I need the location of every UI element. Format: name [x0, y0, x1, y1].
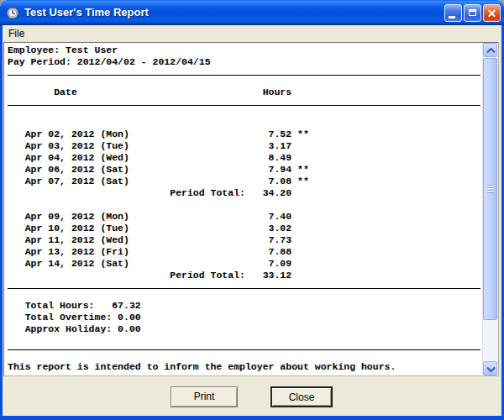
report-line: Apr 06, 2012 (Sat) 7.94 **	[8, 164, 482, 176]
report-line: Apr 09, 2012 (Mon) 7.40	[8, 211, 482, 223]
report-line: Employee: Test User	[8, 45, 482, 56]
report-line: Period Total: 33.12	[8, 270, 482, 281]
close-button[interactable]: Close	[270, 386, 333, 407]
report-line: Approx Holiday: 0.00	[8, 323, 482, 335]
report-line: Apr 04, 2012 (Wed) 8.49	[8, 152, 482, 164]
window-title: Test User's Time Report	[24, 0, 149, 25]
chevron-up-icon	[486, 48, 496, 54]
scrollbar-up-button[interactable]	[483, 43, 497, 57]
report-divider	[8, 75, 480, 76]
report-line: Apr 02, 2012 (Mon) 7.52 **	[8, 129, 482, 140]
maximize-button[interactable]	[464, 4, 481, 22]
maximize-icon	[469, 9, 476, 16]
report-divider	[8, 288, 480, 289]
report-line: Apr 07, 2012 (Sat) 7.08 **	[8, 176, 482, 187]
chevron-down-icon	[486, 366, 496, 372]
report-line: Date Hours	[8, 87, 482, 98]
menu-item-file[interactable]: File	[3, 25, 30, 39]
report-line: Apr 13, 2012 (Fri) 7.88	[8, 246, 482, 258]
report-line: Total Overtime: 0.00	[8, 312, 482, 323]
minimize-icon	[449, 16, 455, 18]
report-divider	[8, 349, 480, 350]
report-divider	[8, 105, 480, 106]
report-line: Pay Period: 2012/04/02 - 2012/04/15	[8, 56, 482, 68]
report-area: Employee: Test UserPay Period: 2012/04/0…	[3, 42, 499, 376]
close-window-button[interactable]	[483, 4, 501, 22]
report-line: This report is intended to inform the em…	[8, 361, 482, 373]
report-line: Apr 03, 2012 (Tue) 3.17	[8, 140, 482, 152]
report-line	[8, 199, 482, 211]
scrollbar-down-button[interactable]	[483, 361, 497, 375]
scrollbar-thumb[interactable]	[483, 58, 497, 320]
clock-icon	[6, 6, 19, 19]
scrollbar	[482, 43, 498, 375]
report-line: Apr 14, 2012 (Sat) 7.09	[8, 258, 482, 270]
menu-bar: File	[3, 25, 501, 42]
report-line: Total Hours: 67.32	[8, 300, 482, 312]
report-line: Apr 10, 2012 (Tue) 3.02	[8, 223, 482, 234]
time-report-window: Test User's Time Report File Employee: T…	[0, 0, 504, 420]
titlebar[interactable]: Test User's Time Report	[0, 0, 504, 25]
report-line	[8, 117, 482, 129]
report-line: Period Total: 34.20	[8, 187, 482, 199]
scrollbar-grip-icon	[487, 185, 494, 193]
report-content: Employee: Test UserPay Period: 2012/04/0…	[4, 43, 482, 375]
print-button[interactable]: Print	[171, 386, 238, 407]
report-line: Apr 11, 2012 (Wed) 7.73	[8, 234, 482, 246]
minimize-button[interactable]	[444, 4, 462, 22]
button-bar: Print Close	[3, 376, 501, 416]
